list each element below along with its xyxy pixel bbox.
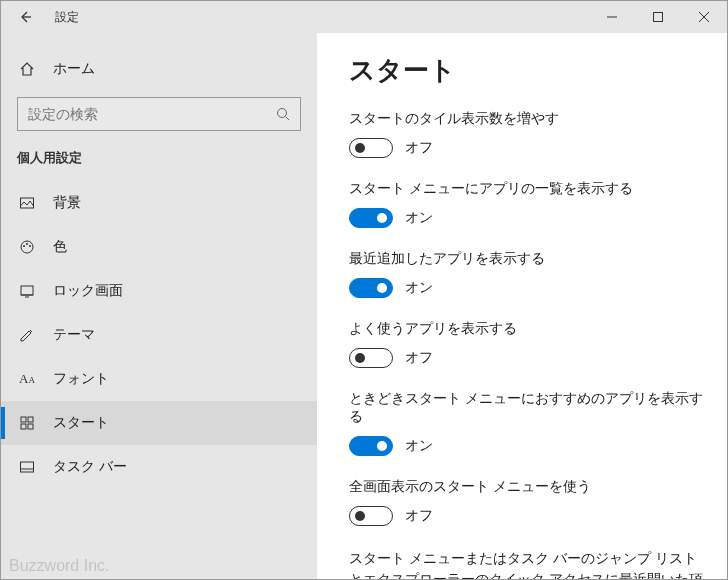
setting-label: ときどきスタート メニューにおすすめのアプリを表示する — [349, 390, 703, 426]
minimize-button[interactable] — [589, 1, 635, 33]
svg-rect-9 — [28, 417, 33, 422]
sidebar: ホーム 個人用設定 背景 色 ロック画面 テーマ AA フォント — [1, 33, 317, 579]
arrow-left-icon — [18, 10, 32, 24]
minimize-icon — [607, 12, 617, 22]
sidebar-item-colors[interactable]: 色 — [1, 225, 317, 269]
search-icon — [266, 107, 300, 122]
svg-rect-12 — [21, 462, 34, 472]
setting-row: 最近追加したアプリを表示するオン — [349, 250, 703, 298]
toggle-switch[interactable] — [349, 138, 393, 158]
home-label: ホーム — [53, 60, 95, 78]
setting-label: よく使うアプリを表示する — [349, 320, 703, 338]
setting-row: ときどきスタート メニューにおすすめのアプリを表示するオン — [349, 390, 703, 456]
window-title: 設定 — [55, 9, 79, 26]
setting-row: 全画面表示のスタート メニューを使うオフ — [349, 478, 703, 526]
setting-row: スタートのタイル表示数を増やすオフ — [349, 110, 703, 158]
sidebar-item-label: ロック画面 — [53, 282, 123, 300]
sidebar-item-start[interactable]: スタート — [1, 401, 317, 445]
title-bar: 設定 — [1, 1, 727, 33]
font-icon: AA — [17, 371, 37, 387]
palette-icon — [17, 239, 37, 255]
home-button[interactable]: ホーム — [1, 49, 317, 89]
setting-row: スタート メニューにアプリの一覧を表示するオン — [349, 180, 703, 228]
picture-icon — [17, 195, 37, 211]
toggle-state-text: オン — [405, 437, 433, 455]
sidebar-item-label: 背景 — [53, 194, 81, 212]
svg-point-6 — [29, 245, 31, 247]
sidebar-item-background[interactable]: 背景 — [1, 181, 317, 225]
toggle-switch[interactable] — [349, 436, 393, 456]
toggle-state-text: オン — [405, 279, 433, 297]
svg-point-5 — [26, 243, 28, 245]
toggle-switch[interactable] — [349, 348, 393, 368]
page-title: スタート — [349, 53, 703, 88]
setting-label: 最近追加したアプリを表示する — [349, 250, 703, 268]
svg-point-4 — [23, 245, 25, 247]
category-label: 個人用設定 — [1, 149, 317, 167]
sidebar-item-fonts[interactable]: AA フォント — [1, 357, 317, 401]
maximize-button[interactable] — [635, 1, 681, 33]
toggle-state-text: オフ — [405, 139, 433, 157]
sidebar-item-themes[interactable]: テーマ — [1, 313, 317, 357]
toggle-switch[interactable] — [349, 208, 393, 228]
sidebar-item-label: タスク バー — [53, 458, 127, 476]
sidebar-item-taskbar[interactable]: タスク バー — [1, 445, 317, 489]
sidebar-item-label: テーマ — [53, 326, 95, 344]
toggle-switch[interactable] — [349, 278, 393, 298]
close-icon — [699, 12, 709, 22]
toggle-switch[interactable] — [349, 506, 393, 526]
search-input[interactable] — [18, 98, 266, 130]
maximize-icon — [653, 12, 663, 22]
close-button[interactable] — [681, 1, 727, 33]
setting-label: スタートのタイル表示数を増やす — [349, 110, 703, 128]
setting-label: スタート メニューにアプリの一覧を表示する — [349, 180, 703, 198]
taskbar-icon — [17, 459, 37, 475]
sidebar-item-lockscreen[interactable]: ロック画面 — [1, 269, 317, 313]
theme-icon — [17, 327, 37, 343]
back-button[interactable] — [1, 1, 49, 33]
start-icon — [17, 415, 37, 431]
toggle-state-text: オフ — [405, 507, 433, 525]
setting-label: スタート メニューまたはタスク バーのジャンプ リストとエクスプローラーのクイッ… — [349, 548, 703, 579]
lock-screen-icon — [17, 283, 37, 299]
search-box[interactable] — [17, 97, 301, 131]
svg-rect-8 — [21, 417, 26, 422]
content-area: スタート スタートのタイル表示数を増やすオフスタート メニューにアプリの一覧を表… — [317, 33, 727, 579]
sidebar-item-label: 色 — [53, 238, 67, 256]
setting-label: 全画面表示のスタート メニューを使う — [349, 478, 703, 496]
svg-rect-11 — [28, 424, 33, 429]
svg-rect-0 — [654, 13, 663, 22]
svg-rect-7 — [21, 286, 33, 295]
toggle-state-text: オフ — [405, 349, 433, 367]
setting-row: よく使うアプリを表示するオフ — [349, 320, 703, 368]
toggle-state-text: オン — [405, 209, 433, 227]
svg-point-3 — [21, 241, 33, 253]
svg-rect-10 — [21, 424, 26, 429]
home-icon — [17, 61, 37, 77]
watermark: Buzzword Inc. — [9, 557, 109, 575]
sidebar-item-label: スタート — [53, 414, 109, 432]
sidebar-item-label: フォント — [53, 370, 109, 388]
svg-point-1 — [277, 108, 286, 117]
